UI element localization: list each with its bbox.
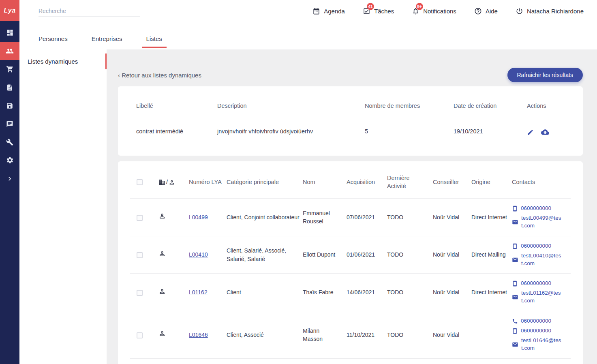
sub-sidebar: Listes dynamiques (19, 49, 107, 364)
sidebar-item-messages[interactable] (0, 115, 19, 133)
person-type-icon (158, 288, 166, 295)
sidebar-item-documents[interactable] (0, 78, 19, 96)
notifications-button[interactable]: 9+ Notifications (412, 7, 456, 15)
document-icon (6, 84, 13, 91)
tab-entreprises[interactable]: Entreprises (87, 22, 127, 48)
col-membres: Nombre de membres (365, 103, 454, 119)
contact-value: 0600000000 (521, 205, 551, 212)
list-summary-card: Libellé Description Nombre de membres Da… (118, 86, 583, 156)
tab-listes[interactable]: Listes (142, 22, 167, 48)
section-tabs: Personnes Entreprises Listes (19, 22, 597, 49)
contact-value: 0600000000 (521, 327, 551, 335)
edit-icon[interactable] (527, 129, 534, 136)
conseiller-cell: Noür Vidal (433, 311, 471, 359)
row-checkbox[interactable] (137, 332, 143, 338)
contact-entry[interactable]: 0600000000 (512, 280, 567, 287)
member-row: L01770 Client Nora Gaillard 19/10/2021 T… (130, 358, 571, 364)
person-type-icon (158, 330, 166, 337)
contact-entry[interactable]: testL00410@test.com (512, 252, 567, 268)
acquisition-cell: 11/10/2021 (347, 311, 387, 359)
tab-personnes[interactable]: Personnes (34, 22, 72, 48)
sidebar-nav (0, 24, 19, 188)
members-table: / Numéro LYA Catégorie principale Nom Ac… (130, 174, 571, 364)
origine-cell: Direct Internet (471, 199, 512, 236)
numero-lya-link[interactable]: L01162 (189, 289, 208, 295)
app-sidebar: Lya (0, 0, 19, 364)
contact-value: testL00410@test.com (521, 252, 562, 268)
sidebar-item-save[interactable] (0, 96, 19, 115)
sidebar-item-dashboard[interactable] (0, 24, 19, 42)
email-icon (512, 341, 518, 348)
help-button[interactable]: Aide (474, 7, 498, 15)
select-all-checkbox[interactable] (137, 179, 143, 185)
sidebar-item-settings[interactable] (0, 151, 19, 169)
user-name-label: Natacha Richiardone (527, 8, 584, 15)
list-summary-table: Libellé Description Nombre de membres Da… (136, 103, 571, 136)
acquisition-cell: 07/06/2021 (347, 199, 387, 236)
chat-icon (6, 120, 13, 128)
building-icon (158, 179, 165, 186)
categorie-cell: Client (227, 358, 303, 364)
agenda-button[interactable]: Agenda (312, 7, 345, 15)
activite-cell: TODO (387, 274, 433, 311)
row-checkbox[interactable] (137, 215, 143, 221)
toolbar: ‹ Retour aux listes dynamiques Rafraichi… (118, 68, 583, 82)
contact-entry[interactable]: testL01646@test.com (512, 337, 567, 352)
contact-entry[interactable]: 0600000000 (512, 205, 567, 212)
numero-lya-link[interactable]: L00499 (189, 214, 208, 221)
contact-value: 0600000000 (521, 242, 551, 250)
help-icon (474, 7, 482, 15)
contact-value: 0600000000 (521, 280, 551, 287)
contact-entry[interactable]: 0600000000 (512, 317, 567, 325)
contacts-cell: 0600000000 testL00410@test.com (512, 242, 567, 268)
categorie-cell: Client (227, 274, 303, 311)
membres-value: 5 (365, 119, 454, 137)
col-contacts: Contacts (512, 174, 571, 199)
member-row: L00410 Client, Salarié, Associé, Salarié… (130, 236, 571, 274)
numero-lya-link[interactable]: L00410 (189, 251, 208, 258)
description-value: jnvojnvhoifr vhfoivhrofiv ùdsjvoiùerhv (217, 119, 365, 137)
dashboard-icon (6, 29, 14, 36)
col-categorie: Catégorie principale (227, 174, 303, 199)
smartphone-icon (512, 328, 518, 334)
nom-cell: Emmanuel Roussel (303, 199, 347, 236)
libelle-value: contrat intermédié (136, 119, 217, 137)
app-root: Lya (0, 0, 597, 364)
notifications-badge: 9+ (416, 3, 423, 10)
nom-cell: Eliott Dupont (303, 236, 347, 274)
member-row: L01646 Client, Associé Milann Masson 11/… (130, 311, 571, 359)
member-row: L00499 Client, Conjoint collaborateur Em… (130, 199, 571, 236)
back-link[interactable]: ‹ Retour aux listes dynamiques (118, 72, 201, 79)
contact-entry[interactable]: 0600000000 (512, 327, 567, 335)
row-checkbox[interactable] (137, 290, 143, 296)
user-menu-button[interactable]: Natacha Richiardone (516, 7, 584, 15)
refresh-results-button[interactable]: Rafraichir les résultats (507, 68, 583, 82)
power-icon (516, 7, 523, 15)
categorie-cell: Client, Conjoint collaborateur (227, 199, 303, 236)
col-activite: Dernière Activité (387, 174, 433, 199)
sidebar-collapse-toggle[interactable] (0, 169, 19, 188)
sidebar-item-sales[interactable] (0, 60, 19, 78)
categorie-cell: Client, Associé (227, 311, 303, 359)
contact-value: testL00499@test.com (521, 214, 562, 230)
call-icon (512, 318, 518, 324)
nom-cell: Milann Masson (303, 311, 347, 359)
numero-lya-link[interactable]: L01646 (189, 332, 208, 338)
origine-cell: Direct Mailing (471, 236, 512, 274)
search-input[interactable] (39, 5, 140, 17)
contact-entry[interactable]: testL01162@test.com (512, 289, 567, 305)
contact-entry[interactable]: 0600000000 (512, 242, 567, 250)
row-checkbox[interactable] (137, 252, 143, 258)
calendar-icon (312, 7, 320, 15)
tasks-button[interactable]: 41 Tâches (363, 7, 394, 15)
email-icon (512, 294, 518, 300)
contact-entry[interactable]: testL00499@test.com (512, 214, 567, 230)
sidebar-item-listes-dynamiques[interactable]: Listes dynamiques (19, 54, 107, 69)
activite-cell: TODO (387, 236, 433, 274)
contact-value: 0600000000 (521, 317, 551, 325)
sidebar-item-contacts[interactable] (0, 42, 19, 60)
cloud-upload-icon[interactable] (541, 128, 549, 136)
person-icon (169, 179, 175, 186)
email-icon (512, 257, 518, 263)
sidebar-item-tools[interactable] (0, 133, 19, 151)
